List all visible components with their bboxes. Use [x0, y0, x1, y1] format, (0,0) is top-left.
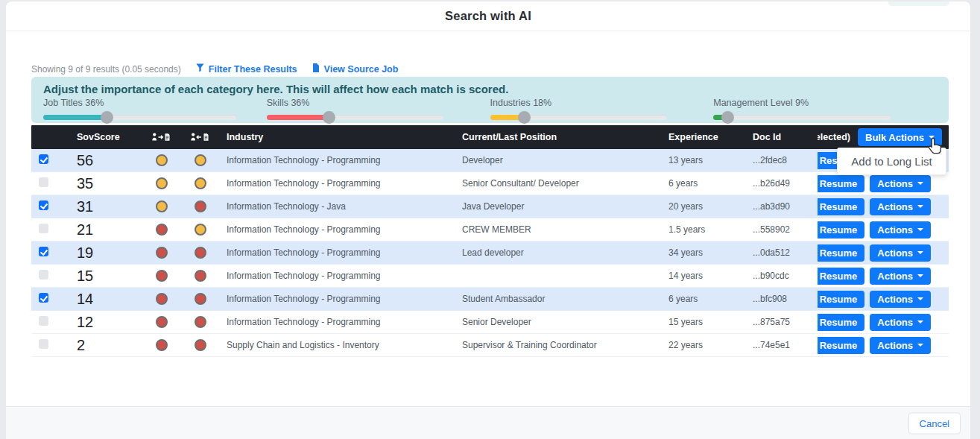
- job-to-candidate-match-dot: [195, 154, 206, 166]
- candidate-to-job-match-dot: [156, 293, 168, 305]
- table-row: 14 Information Technology - Programming …: [31, 288, 949, 311]
- weight-slider[interactable]: [43, 111, 236, 124]
- doc-id-cell: ...558902: [743, 224, 818, 235]
- truncated-top-button: [888, 1, 949, 6]
- job-to-candidate-match-dot: [195, 270, 206, 282]
- job-to-candidate-match-dot: [195, 339, 206, 351]
- candidate-to-job-match-dot: [156, 316, 168, 328]
- experience-cell: 14 years: [661, 271, 743, 281]
- weight-slider[interactable]: [267, 111, 443, 124]
- view-resume-button[interactable]: View Resume: [818, 221, 864, 239]
- doc-id-cell: ...ab3d90: [743, 201, 818, 212]
- doc-id-cell: ...b90cdc: [743, 271, 818, 281]
- row-checkbox[interactable]: [39, 200, 48, 210]
- job-to-candidate-icon: [180, 133, 221, 142]
- row-checkbox[interactable]: [39, 270, 48, 279]
- view-resume-button[interactable]: View Resume: [818, 291, 864, 308]
- sovscore-value: 35: [61, 175, 143, 192]
- row-checkbox[interactable]: [39, 293, 48, 303]
- sovscore-column-header: SovScore: [61, 132, 143, 142]
- slider-handle[interactable]: [323, 111, 335, 124]
- position-cell: Supervisor & Training Coordinator: [456, 340, 661, 350]
- row-checkbox[interactable]: [39, 339, 48, 349]
- slider-handle[interactable]: [518, 111, 531, 124]
- weight-slider-group: Management Level 9%: [713, 98, 937, 124]
- view-resume-button[interactable]: View Resume: [818, 268, 864, 285]
- weight-slider-group: Job Titles 36%: [43, 98, 267, 124]
- results-table: SovScore Industry: [31, 125, 949, 357]
- view-resume-button[interactable]: View Resume: [818, 337, 864, 354]
- sovscore-value: 19: [61, 244, 143, 262]
- table-row: 35 Information Technology - Programming …: [31, 172, 949, 195]
- table-row: 12 Information Technology - Programming …: [31, 311, 949, 334]
- table-header-row: SovScore Industry: [31, 125, 949, 149]
- industry-cell: Supply Chain and Logistics - Inventory: [221, 340, 456, 350]
- actions-button[interactable]: Actions: [870, 175, 931, 192]
- add-to-long-list-menu-item[interactable]: Add to Long List: [851, 155, 932, 168]
- slider-track: [713, 115, 890, 120]
- table-body: 56 Information Technology - Programming …: [31, 149, 949, 357]
- actions-button[interactable]: Actions: [870, 314, 931, 331]
- view-source-job-link[interactable]: View Source Job: [312, 63, 399, 75]
- results-summary: Showing 9 of 9 results (0.05 seconds): [31, 64, 181, 75]
- cancel-button[interactable]: Cancel: [908, 412, 961, 434]
- row-checkbox[interactable]: [39, 247, 48, 256]
- view-resume-button[interactable]: View Resume: [818, 175, 864, 192]
- page-title: Search with AI: [445, 9, 531, 23]
- row-checkbox[interactable]: [39, 224, 48, 233]
- chevron-down-icon: [917, 274, 923, 277]
- candidate-to-job-match-dot: [156, 177, 168, 189]
- industry-cell: Information Technology - Programming: [221, 247, 456, 258]
- sovscore-value: 56: [61, 152, 143, 169]
- table-row: 15 Information Technology - Programming …: [31, 265, 949, 288]
- position-cell: Senior Developer: [456, 317, 661, 327]
- actions-button[interactable]: Actions: [870, 291, 931, 308]
- candidate-to-job-match-dot: [156, 247, 168, 259]
- view-resume-button[interactable]: View Resume: [818, 314, 864, 331]
- chevron-down-icon: [917, 344, 923, 347]
- chevron-down-icon: [917, 182, 923, 185]
- industry-cell: Information Technology - Programming: [221, 155, 456, 165]
- doc-id-cell: ...2fdec8: [743, 155, 818, 165]
- candidate-to-job-match-dot: [156, 270, 168, 282]
- table-row: 19 Information Technology - Programming …: [31, 241, 949, 265]
- actions-button[interactable]: Actions: [870, 198, 931, 215]
- slider-handle[interactable]: [721, 111, 734, 124]
- actions-button[interactable]: Actions: [870, 337, 931, 354]
- experience-cell: 34 years: [661, 247, 743, 258]
- industry-cell: Information Technology - Programming: [221, 271, 456, 281]
- job-to-candidate-match-dot: [195, 200, 206, 212]
- actions-button[interactable]: Actions: [870, 244, 931, 262]
- actions-button[interactable]: Actions: [870, 221, 931, 239]
- funnel-icon: [196, 63, 204, 75]
- row-checkbox[interactable]: [39, 177, 48, 187]
- position-cell: Java Developer: [456, 201, 661, 212]
- experience-cell: 22 years: [661, 340, 743, 350]
- weight-slider-group: Skills 36%: [267, 98, 490, 124]
- position-cell: Lead developer: [456, 247, 661, 258]
- slider-label: Job Titles 36%: [43, 98, 244, 108]
- weight-slider[interactable]: [713, 111, 890, 124]
- industry-column-header: Industry: [221, 132, 456, 142]
- view-resume-button[interactable]: View Resume: [818, 198, 864, 215]
- row-checkbox[interactable]: [39, 316, 48, 326]
- position-cell: Student Ambassador: [456, 294, 661, 304]
- filter-these-results-link[interactable]: Filter These Results: [196, 63, 297, 75]
- row-checkbox[interactable]: [39, 154, 48, 164]
- candidate-to-job-icon: [143, 133, 180, 142]
- modal-header: Search with AI: [6, 1, 970, 31]
- doc-id-cell: ...0da512: [743, 247, 818, 258]
- weight-slider-group: Industries 18%: [490, 98, 714, 124]
- candidate-to-job-match-dot: [156, 154, 168, 166]
- industry-cell: Information Technology - Programming: [221, 178, 456, 189]
- slider-handle[interactable]: [101, 111, 113, 124]
- doc-id-cell: ...74e5e1: [743, 340, 818, 350]
- weight-slider[interactable]: [490, 111, 667, 124]
- view-resume-button[interactable]: View Resume: [818, 244, 864, 262]
- chevron-down-icon: [917, 251, 923, 254]
- table-row: 21 Information Technology - Programming …: [31, 218, 949, 241]
- actions-button[interactable]: Actions: [870, 268, 931, 285]
- position-column-header: Current/Last Position: [456, 132, 661, 142]
- sovscore-value: 21: [61, 221, 143, 239]
- position-cell: Developer: [456, 155, 661, 165]
